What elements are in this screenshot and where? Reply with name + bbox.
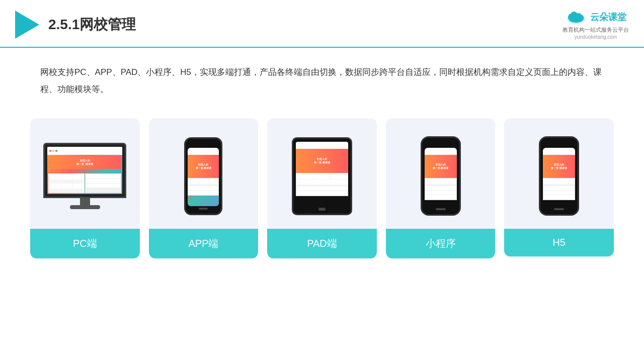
grid-item — [297, 174, 313, 179]
phone-hero-text: 职进人的第一堂·精准课 — [196, 163, 211, 170]
card-miniprogram-image: 职进人的第一堂·精准课 — [386, 118, 496, 229]
list-item — [297, 191, 347, 195]
tablet-topbar — [296, 142, 348, 149]
screen-hero-text: 职进人的第一堂 ·精准课 — [76, 159, 93, 166]
card-pad: 职进人的第一堂·精准课 PAD端 — [267, 118, 377, 258]
mini-screen-h5: 职进人的第一堂·精准课 — [543, 148, 575, 206]
list-item — [426, 186, 456, 190]
brand-tagline: 教育机构一站式服务云平台 — [562, 26, 629, 34]
mini-hero: 职进人的第一堂·精准课 — [425, 155, 457, 178]
screen-list — [85, 173, 121, 193]
h5-list — [543, 185, 575, 200]
description-paragraph: 网校支持PC、APP、PAD、小程序、H5，实现多端打通，产品各终端自由切换，数… — [40, 64, 604, 98]
card-h5-image: 职进人的第一堂·精准课 — [504, 118, 614, 229]
grid-item — [565, 179, 574, 184]
list-item — [544, 191, 574, 195]
grid-item — [331, 174, 347, 179]
list-item — [86, 184, 120, 188]
cloud-logo-container: 云朵课堂 — [565, 9, 626, 25]
card-h5: 职进人的第一堂·精准课 H5 — [504, 118, 614, 258]
screen-hero: 职进人的第一堂 ·精准课 — [48, 156, 121, 169]
card-pad-label: PAD端 — [267, 229, 377, 258]
grid-item — [426, 179, 435, 184]
card-pc-image: 职进人的第一堂 ·精准课 — [30, 118, 140, 229]
list-item — [86, 179, 120, 183]
card-app-image: 职进人的第一堂·精准课 — [149, 118, 259, 229]
grid-item — [61, 174, 72, 179]
list-item — [86, 174, 120, 178]
phone-screen-app: 职进人的第一堂·精准课 — [188, 148, 219, 206]
page-title: 2.5.1网校管理 — [48, 15, 136, 34]
card-app: 职进人的第一堂·精准课 APP端 — [149, 118, 259, 258]
h5-hero: 职进人的第一堂·精准课 — [543, 155, 575, 178]
phone-grid — [188, 178, 219, 185]
tablet-hero-text: 职进人的第一堂·精准课 — [314, 157, 330, 164]
mini-phone-miniprogram: 职进人的第一堂·精准课 — [421, 136, 461, 216]
card-app-label: APP端 — [149, 229, 259, 258]
dot-green — [55, 150, 57, 152]
grid-item — [297, 179, 347, 185]
card-miniprogram: 职进人的第一堂·精准课 小程序 — [386, 118, 496, 258]
card-pc: 职进人的第一堂 ·精准课 — [30, 118, 140, 258]
phone-home-button — [199, 208, 208, 210]
phone-notch — [198, 143, 209, 146]
tablet-hero: 职进人的第一堂·精准课 — [296, 149, 348, 173]
mini-list — [425, 185, 457, 200]
dot-red — [49, 150, 51, 152]
screen-topbar — [47, 147, 122, 155]
grid-item — [436, 179, 445, 184]
mini-notch-h5 — [553, 143, 565, 146]
description-text: 网校支持PC、APP、PAD、小程序、H5，实现多端打通，产品各终端自由切换，数… — [0, 48, 644, 108]
list-item — [189, 191, 218, 195]
tablet-mockup: 职进人的第一堂·精准课 — [292, 137, 352, 215]
mini-indicator — [436, 208, 446, 210]
header: 2.5.1网校管理 云朵课堂 教育机构一站式服务云平台 yunduoketang… — [0, 0, 644, 48]
phone-list — [188, 185, 219, 196]
screen-body: 职进人的第一堂 ·精准课 — [47, 155, 122, 194]
grid-item — [446, 179, 455, 184]
monitor-neck — [80, 198, 90, 205]
phone-mockup-app: 职进人的第一堂·精准课 — [184, 137, 222, 215]
monitor-base — [70, 205, 100, 209]
grid-item — [72, 184, 84, 189]
phone-hero: 职进人的第一堂·精准课 — [188, 155, 219, 178]
grid-item — [72, 174, 84, 179]
grid-item — [189, 179, 198, 184]
brand-logo: 云朵课堂 教育机构一站式服务云平台 yunduoketang.com — [562, 9, 629, 40]
grid-item — [314, 174, 331, 179]
h5-grid — [543, 178, 575, 185]
phone-topbar — [188, 148, 219, 155]
header-left: 2.5.1网校管理 — [15, 11, 136, 39]
grid-item — [49, 184, 60, 189]
play-icon — [15, 11, 39, 39]
list-item — [544, 195, 574, 199]
list-item — [426, 191, 456, 195]
grid-item — [61, 184, 72, 189]
mini-grid — [425, 178, 457, 185]
tablet-screen: 职进人的第一堂·精准课 — [296, 142, 348, 206]
brand-name: 云朵课堂 — [590, 11, 626, 23]
monitor-body: 职进人的第一堂 ·精准课 — [43, 143, 126, 198]
cloud-icon — [565, 9, 587, 25]
grid-item — [209, 179, 218, 184]
grid-item — [544, 179, 553, 184]
card-pc-label: PC端 — [30, 229, 140, 258]
monitor-screen: 职进人的第一堂 ·精准课 — [47, 147, 122, 194]
h5-indicator — [554, 208, 564, 210]
mini-hero-text: 职进人的第一堂·精准课 — [433, 163, 448, 170]
tablet-home-button — [318, 208, 326, 211]
title-number: 2.5.1网校管理 — [48, 17, 136, 32]
tablet-grid — [296, 173, 348, 186]
list-item — [189, 186, 218, 190]
h5-hero-text: 职进人的第一堂·精准课 — [551, 163, 567, 170]
dot-yellow — [52, 150, 54, 152]
mini-topbar — [425, 148, 457, 155]
mini-notch — [435, 143, 447, 146]
list-item — [426, 195, 456, 199]
grid-item — [199, 179, 208, 184]
card-miniprogram-label: 小程序 — [386, 229, 496, 258]
svg-point-6 — [576, 13, 582, 19]
card-pad-image: 职进人的第一堂·精准课 — [267, 118, 377, 229]
screen-grid — [48, 173, 85, 193]
list-item — [297, 187, 347, 191]
